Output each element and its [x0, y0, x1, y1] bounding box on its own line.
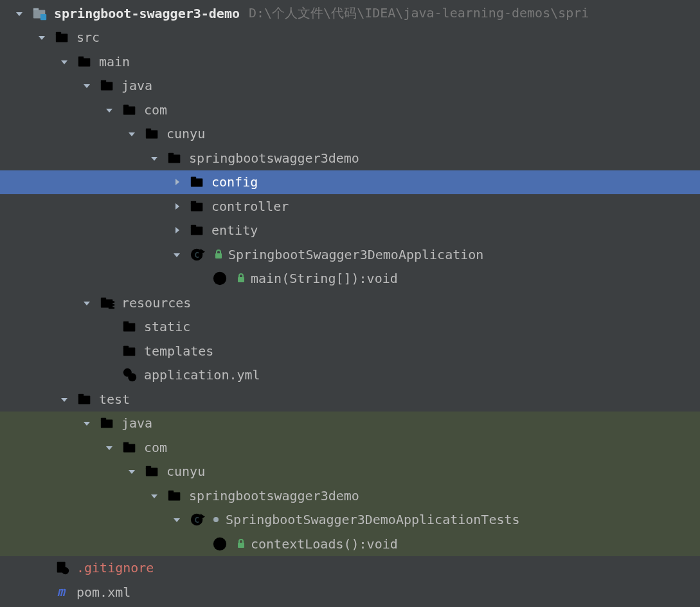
expand-arrow-down-icon[interactable]: [147, 150, 162, 166]
arrow-spacer: [192, 271, 207, 286]
tree-row-gitignore[interactable]: .gitignore: [0, 556, 700, 581]
arrow-spacer: [102, 343, 117, 359]
expand-arrow-down-icon[interactable]: [57, 54, 72, 69]
resources-folder-icon: [98, 294, 116, 312]
folder-icon: [188, 173, 206, 191]
test-folder-icon: [98, 414, 116, 432]
project-name: springboot-swagger3-demo: [54, 6, 240, 21]
tree-item-label: main: [99, 54, 130, 69]
tree-row-test-pkg[interactable]: springbootswagger3demo: [0, 484, 700, 508]
expand-arrow-down-icon[interactable]: [147, 488, 162, 503]
tree-item-label: java: [121, 415, 152, 431]
project-folder-icon: [31, 5, 49, 23]
expand-arrow-right-icon[interactable]: [169, 222, 184, 238]
runnable-class-icon: [188, 246, 206, 264]
tree-row-src[interactable]: src: [0, 26, 700, 50]
tree-row-app-class[interactable]: SpringbootSwagger3DemoApplication: [0, 242, 700, 267]
tree-row-test-method[interactable]: contextLoads():void: [0, 532, 700, 556]
visibility-dot-icon: [211, 512, 220, 527]
folder-icon: [188, 221, 206, 239]
expand-arrow-down-icon[interactable]: [79, 295, 94, 311]
maven-icon: [53, 583, 71, 601]
tree-row-test-cunyu[interactable]: cunyu: [0, 460, 700, 484]
tree-row-test-java[interactable]: java: [0, 412, 700, 436]
tree-item-label: springbootswagger3demo: [189, 488, 359, 503]
arrow-spacer: [192, 536, 207, 552]
tree-row-templates[interactable]: templates: [0, 339, 700, 363]
lock-modifier-icon: [237, 271, 246, 286]
tree-item-label: entity: [211, 222, 258, 238]
tree-item-label: cunyu: [166, 464, 205, 479]
tree-item-label: config: [211, 174, 258, 190]
arrow-spacer: [34, 584, 49, 600]
expand-arrow-down-icon[interactable]: [124, 126, 139, 141]
tree-item-label: SpringbootSwagger3DemoApplicationTests: [226, 512, 520, 527]
tree-row-static[interactable]: static: [0, 315, 700, 340]
tree-row-entity[interactable]: entity: [0, 219, 700, 243]
folder-icon: [53, 28, 71, 46]
folder-icon: [121, 318, 139, 336]
arrow-spacer: [102, 367, 117, 383]
tree-row-resources[interactable]: resources: [0, 291, 700, 315]
expand-arrow-down-icon[interactable]: [79, 415, 94, 431]
folder-icon: [143, 125, 161, 143]
tree-row-main[interactable]: main: [0, 50, 700, 74]
expand-arrow-right-icon[interactable]: [169, 174, 184, 190]
tree-item-label: SpringbootSwagger3DemoApplication: [228, 247, 483, 262]
tree-item-label: controller: [211, 199, 289, 214]
tree-item-label: application.yml: [144, 367, 260, 383]
tree-row-controller[interactable]: controller: [0, 194, 700, 219]
project-path: D:\个人文件\代码\IDEA\java-learning-demos\spri: [249, 5, 589, 22]
tree-row-config[interactable]: config: [0, 170, 700, 195]
tree-item-label: .gitignore: [76, 560, 154, 575]
tree-item-label: com: [144, 102, 167, 118]
expand-arrow-down-icon[interactable]: [34, 30, 49, 45]
expand-arrow-down-icon[interactable]: [169, 512, 184, 527]
tree-item-label: cunyu: [166, 126, 205, 141]
tree-row-main-java[interactable]: java: [0, 74, 700, 98]
tree-item-label: java: [121, 78, 152, 93]
folder-icon: [76, 390, 94, 408]
expand-arrow-down-icon[interactable]: [124, 464, 139, 479]
tree-row-main-com[interactable]: com: [0, 98, 700, 122]
source-folder-icon: [98, 77, 116, 95]
tree-row-main-pkg[interactable]: springbootswagger3demo: [0, 146, 700, 170]
expand-arrow-down-icon[interactable]: [102, 102, 117, 118]
expand-arrow-right-icon[interactable]: [169, 199, 184, 214]
tree-row-app-main[interactable]: main(String[]):void: [0, 267, 700, 291]
yaml-config-icon: [121, 366, 139, 384]
lock-modifier-icon: [237, 536, 246, 552]
tree-row-root[interactable]: springboot-swagger3-demoD:\个人文件\代码\IDEA\…: [0, 1, 700, 26]
test-class-icon: [188, 511, 206, 529]
folder-icon: [121, 342, 139, 360]
expand-arrow-down-icon[interactable]: [12, 6, 27, 21]
expand-arrow-down-icon[interactable]: [169, 247, 184, 262]
expand-arrow-down-icon[interactable]: [79, 78, 94, 93]
method-icon: [211, 535, 229, 553]
tree-item-label: pom.xml: [76, 584, 130, 600]
tree-item-label: resources: [121, 295, 191, 311]
tree-row-test-class[interactable]: SpringbootSwagger3DemoApplicationTests: [0, 508, 700, 532]
tree-item-label: com: [144, 440, 167, 455]
expand-arrow-down-icon[interactable]: [57, 392, 72, 407]
arrow-spacer: [102, 319, 117, 334]
tree-item-label: src: [76, 30, 100, 45]
folder-icon: [143, 462, 161, 480]
tree-row-main-cunyu[interactable]: cunyu: [0, 122, 700, 147]
folder-icon: [166, 149, 184, 167]
tree-item-label: main(String[]):void: [251, 271, 398, 286]
tree-row-app-yml[interactable]: application.yml: [0, 363, 700, 388]
tree-item-label: test: [99, 392, 130, 407]
tree-row-pom[interactable]: pom.xml: [0, 580, 700, 604]
gitignore-icon: [53, 559, 71, 577]
lock-modifier-icon: [214, 247, 223, 262]
project-tree[interactable]: springboot-swagger3-demoD:\个人文件\代码\IDEA\…: [0, 0, 700, 604]
tree-item-label: static: [144, 319, 190, 334]
folder-icon: [121, 101, 139, 119]
arrow-spacer: [34, 560, 49, 575]
expand-arrow-down-icon[interactable]: [102, 440, 117, 455]
tree-row-test-com[interactable]: com: [0, 435, 700, 460]
method-icon: [211, 269, 229, 287]
tree-item-label: templates: [144, 343, 213, 359]
tree-row-test[interactable]: test: [0, 387, 700, 412]
